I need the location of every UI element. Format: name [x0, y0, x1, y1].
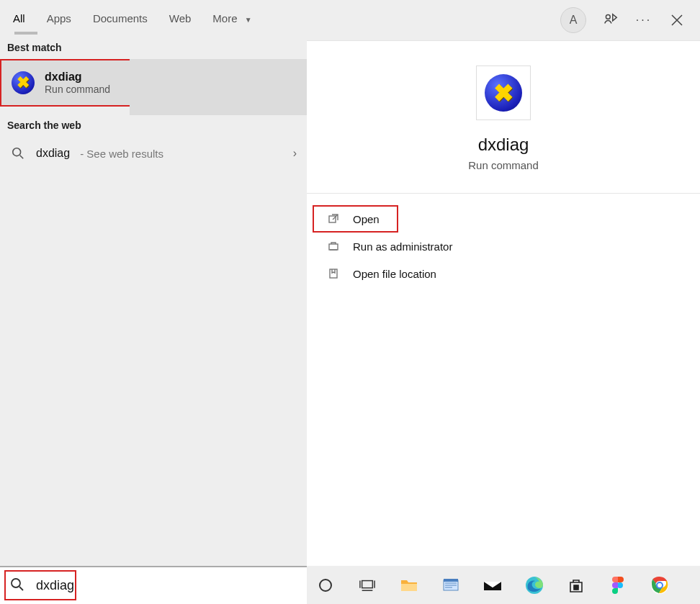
action-list: Open Run as administrator Open file loca…: [307, 201, 700, 292]
tab-web[interactable]: Web: [162, 9, 199, 32]
search-box[interactable]: [0, 566, 307, 604]
svg-point-0: [606, 14, 610, 19]
svg-point-6: [320, 580, 331, 591]
divider: [307, 193, 700, 194]
feedback-icon[interactable]: [602, 12, 619, 29]
chrome-icon[interactable]: [648, 574, 671, 597]
store-icon[interactable]: [565, 574, 588, 597]
close-icon[interactable]: [668, 12, 686, 29]
tab-more-label: More: [212, 12, 237, 24]
taskbar: [307, 566, 700, 604]
details-subtitle: Run command: [307, 159, 700, 171]
svg-point-1: [13, 148, 21, 156]
dxdiag-icon: ✖: [12, 71, 35, 94]
search-input[interactable]: [35, 577, 297, 594]
action-open-file-location[interactable]: Open file location: [307, 260, 700, 287]
best-match-row-bg: [130, 59, 307, 115]
search-filter-tabs: All Apps Documents Web More ▼ A ···: [0, 0, 700, 40]
action-open-label: Open: [353, 213, 380, 225]
tab-more[interactable]: More ▼: [205, 9, 259, 32]
bottom-bar: [0, 566, 700, 604]
chevron-right-icon: ›: [293, 147, 297, 160]
shield-icon: [327, 240, 340, 253]
details-panel: ✖ dxdiag Run command Open Run as adminis…: [307, 40, 700, 566]
svg-rect-11: [574, 585, 576, 587]
action-open[interactable]: Open: [313, 205, 398, 233]
details-header: ✖ dxdiag Run command: [307, 41, 700, 171]
search-web-header: Search the web: [0, 118, 307, 137]
svg-rect-13: [574, 587, 576, 590]
location-icon: [327, 267, 340, 280]
action-run-as-admin-label: Run as administrator: [353, 240, 452, 253]
tab-all[interactable]: All: [6, 9, 32, 32]
web-result-row[interactable]: dxdiag - See web results ›: [0, 137, 307, 170]
svg-rect-14: [576, 587, 578, 590]
best-match-result[interactable]: ✖ dxdiag Run command: [0, 59, 130, 107]
open-icon: [327, 212, 340, 225]
svg-rect-12: [576, 585, 578, 587]
search-icon: [10, 147, 26, 160]
active-tab-indicator: [14, 32, 37, 35]
svg-point-5: [12, 579, 20, 587]
best-match-header: Best match: [0, 40, 307, 59]
mail-icon[interactable]: [481, 574, 504, 597]
svg-rect-2: [329, 216, 336, 222]
svg-point-18: [658, 583, 662, 587]
best-match-title: dxdiag: [45, 71, 110, 84]
svg-point-15: [617, 582, 623, 588]
svg-rect-7: [362, 580, 373, 587]
edge-icon[interactable]: [523, 574, 546, 597]
tab-apps[interactable]: Apps: [40, 9, 78, 32]
more-options-icon[interactable]: ···: [635, 12, 652, 29]
dxdiag-icon: ✖: [485, 74, 522, 112]
search-icon: [10, 577, 24, 595]
web-result-term: dxdiag: [36, 147, 70, 160]
file-explorer-icon[interactable]: [398, 574, 421, 597]
figma-icon[interactable]: [606, 574, 629, 597]
details-title: dxdiag: [307, 135, 700, 155]
web-result-suffix: - See web results: [80, 148, 163, 160]
task-view-icon[interactable]: [356, 574, 379, 597]
action-open-location-label: Open file location: [353, 268, 436, 280]
svg-rect-4: [330, 269, 337, 278]
best-match-subtitle: Run command: [45, 84, 110, 95]
user-avatar[interactable]: A: [560, 7, 586, 33]
action-run-as-admin[interactable]: Run as administrator: [307, 233, 700, 260]
topbar-right-controls: A ···: [560, 7, 694, 33]
details-icon-box: ✖: [476, 66, 531, 120]
svg-rect-9: [444, 579, 458, 582]
svg-rect-3: [329, 244, 338, 250]
chevron-down-icon: ▼: [245, 16, 252, 24]
notepad-icon[interactable]: [439, 574, 462, 597]
tab-documents[interactable]: Documents: [86, 9, 155, 32]
best-match-text: dxdiag Run command: [45, 71, 110, 95]
cortana-icon[interactable]: [314, 574, 337, 597]
search-results-panel: Best match ✖ dxdiag Run command Search t…: [0, 40, 307, 566]
